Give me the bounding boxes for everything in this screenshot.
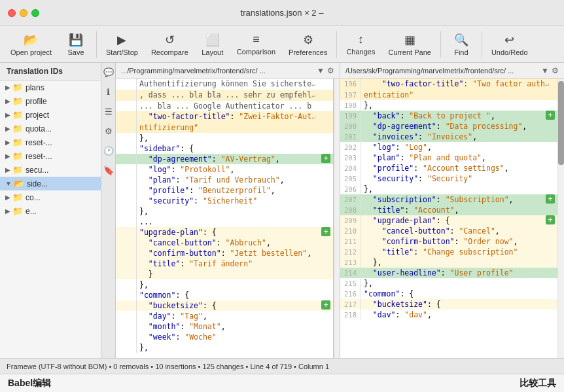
find-label: Find	[454, 48, 468, 56]
diff-line: ...	[116, 217, 333, 227]
diff-line: 214 "user-headline": "User profile"	[340, 268, 557, 278]
dropdown-icon[interactable]: ▼	[541, 66, 549, 75]
sidebar-item-reset1[interactable]: ▶ 📁 reset-...	[0, 135, 101, 149]
diff-pane-right[interactable]: 196 "two-factor-title": "Two factor auth…	[340, 79, 557, 358]
sidebar-item-quota[interactable]: ▶ 📁 quota...	[0, 122, 101, 135]
diff-line: 199 "back": "Back to project ", +	[340, 111, 557, 121]
save-button[interactable]: 💾 Save	[60, 30, 92, 59]
recompare-label: Recompare	[151, 48, 188, 56]
icon-list[interactable]: ☰	[102, 105, 115, 118]
dropdown-icon[interactable]: ▼	[317, 66, 325, 75]
chevron-icon: ▶	[5, 98, 10, 105]
start-stop-button[interactable]: ▶ Start/Stop	[101, 30, 143, 59]
diff-line: "upgrade-plan": { +	[116, 227, 333, 238]
preferences-button[interactable]: ⚙ Preferences	[283, 30, 332, 59]
folder-icon: 📁	[12, 96, 23, 106]
icon-settings[interactable]: ⚙	[102, 124, 115, 137]
icon-messages[interactable]: 💬	[102, 65, 115, 79]
changes-button[interactable]: ↕ Changes	[341, 30, 380, 58]
find-button[interactable]: 🔍 Find	[445, 30, 478, 59]
diff-line: "confirm-button": "Jetzt bestellen",	[116, 248, 333, 258]
folder-icon: 📁	[12, 110, 23, 120]
comparison-icon: ≡	[253, 33, 260, 46]
diff-line: "day": "Tag",	[116, 311, 333, 321]
diff-line: 217 "bucketsize": {	[340, 299, 557, 310]
status-text: Framewe (UTF-8 without BOM) • 0 removals…	[7, 363, 329, 370]
gear-icon[interactable]: ⚙	[327, 66, 334, 75]
toolbar-separator-3	[440, 31, 441, 58]
diff-line: , dass ... bla bla ... sehr zu empfehl↵	[116, 90, 333, 101]
chevron-icon: ▶	[5, 125, 10, 132]
minimize-button[interactable]	[20, 9, 27, 17]
diff-area: Authentifizierung können Sie sicherste↵ …	[116, 79, 564, 358]
recompare-button[interactable]: ↺ Recompare	[146, 30, 194, 59]
icon-history[interactable]: 🕐	[102, 144, 115, 157]
toolbar-separator-4	[482, 31, 482, 58]
open-project-label: Open project	[10, 48, 52, 56]
sidebar-item-plans[interactable]: ▶ 📁 plans	[0, 80, 101, 94]
folder-icon: 📁	[12, 165, 23, 175]
folder-open-icon: 📂	[14, 179, 24, 188]
gear-icon[interactable]: ⚙	[552, 66, 559, 75]
undo-redo-button[interactable]: ↩ Undo/Redo	[486, 30, 533, 59]
chevron-icon: ▶	[5, 84, 10, 91]
diff-line: "security": "Sicherheit"	[116, 196, 333, 206]
add-button[interactable]: +	[546, 111, 555, 120]
icon-bookmark[interactable]: 🔖	[102, 164, 115, 177]
layout-button[interactable]: ⬜ Layout	[196, 30, 229, 59]
diff-line: },	[116, 342, 333, 353]
undo-icon: ↩	[504, 33, 514, 47]
sidebar-item-project[interactable]: ▶ 📁 project	[0, 108, 101, 122]
toolbar-separator	[96, 31, 97, 58]
pane-icon: ▦	[404, 33, 415, 47]
scrollbar[interactable]	[557, 79, 564, 358]
diff-line: 201 "invoices": "Invoices",	[340, 132, 557, 142]
toolbar: 📂 Open project 💾 Save ▶ Start/Stop ↺ Rec…	[0, 26, 564, 63]
toolbar-separator-2	[336, 31, 337, 58]
bottombar: Babel编辑 比较工具	[0, 374, 564, 392]
add-button[interactable]: +	[546, 194, 555, 204]
sidebar-item-e[interactable]: ▶ 📁 e...	[0, 204, 101, 218]
folder-icon: 📁	[12, 151, 23, 161]
diff-line: 203 "plan": "Plan and quota",	[340, 152, 557, 163]
sidebar-item-sidebar[interactable]: ▼ 📂 side...	[0, 177, 101, 190]
save-icon: 💾	[69, 33, 83, 47]
layout-icon: ⬜	[205, 33, 220, 47]
sidebar-item-security[interactable]: ▶ 📁 secu...	[0, 163, 101, 177]
chevron-icon: ▶	[5, 111, 10, 118]
recompare-icon: ↺	[165, 33, 175, 47]
current-pane-button[interactable]: ▦ Current Pane	[383, 30, 436, 59]
diff-line: Authentifizierung können Sie sicherste↵	[116, 79, 333, 90]
diff-line: "week": "Woche"	[116, 332, 333, 342]
diff-line: "dp-agreement": "AV-Vertrag", +	[116, 154, 333, 164]
diff-line: 211 "confirm-button": "Order now",	[340, 236, 557, 247]
diff-line: 208 "title": "Account",	[340, 205, 557, 215]
add-button[interactable]: +	[321, 227, 330, 236]
diff-line: }	[116, 269, 333, 279]
bottom-left-text: Babel编辑	[8, 378, 51, 389]
diff-line: 218 "dav": "dav",	[340, 310, 557, 320]
left-path-text: .../Programming/marvelmetrix/frontend/sr…	[121, 67, 266, 75]
maximize-button[interactable]	[31, 9, 39, 17]
diff-line: 204 "profile": "Account settings",	[340, 163, 557, 173]
diff-line: "title": "Tarif ändern"	[116, 258, 333, 269]
comparison-button[interactable]: ≡ Comparison	[232, 30, 281, 58]
save-label: Save	[67, 48, 84, 56]
sidebar-item-profile[interactable]: ▶ 📁 profile	[0, 94, 101, 108]
close-button[interactable]	[8, 9, 16, 17]
sidebar-item-reset2[interactable]: ▶ 📁 reset-...	[0, 149, 101, 163]
add-button[interactable]: +	[321, 154, 330, 163]
add-button[interactable]: +	[546, 215, 555, 224]
diff-line: 196 "two-factor-title": "Two factor auth…	[340, 79, 557, 90]
path-right: /Users/sk/Programming/marvelmetrix/front…	[340, 63, 564, 78]
diff-connector	[334, 79, 340, 358]
path-icons-right: ▼ ⚙	[541, 66, 559, 75]
undo-redo-label: Undo/Redo	[491, 48, 528, 56]
open-project-button[interactable]: 📂 Open project	[5, 30, 57, 59]
diff-pane-left[interactable]: Authentifizierung können Sie sicherste↵ …	[116, 79, 334, 358]
diff-line: "bucketsize": { +	[116, 300, 333, 311]
icon-info[interactable]: ℹ	[102, 85, 115, 98]
sidebar-item-co[interactable]: ▶ 📁 co...	[0, 190, 101, 204]
folder-icon: 📁	[12, 82, 23, 92]
add-button[interactable]: +	[321, 300, 330, 310]
